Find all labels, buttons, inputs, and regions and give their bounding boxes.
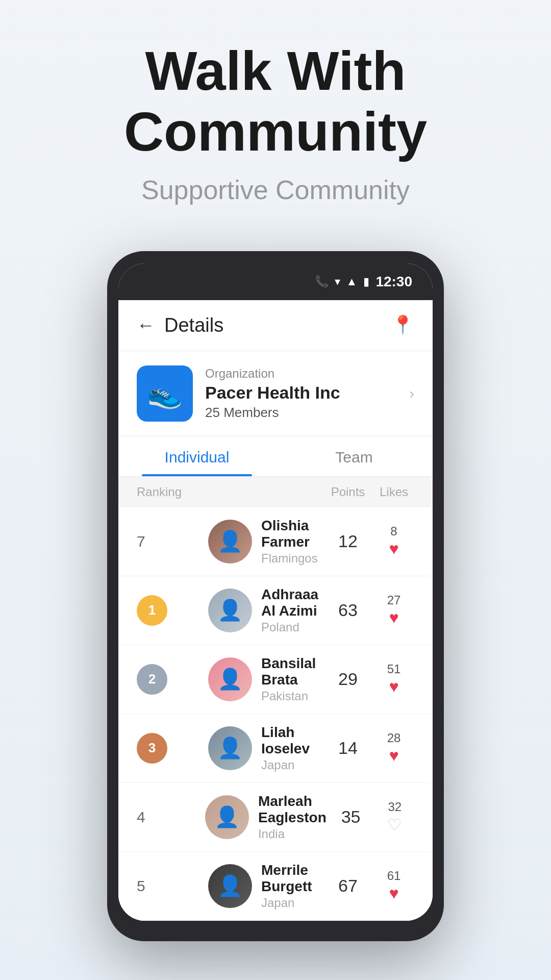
avatar-image: 👤 <box>214 805 240 829</box>
heart-icon[interactable]: ♥ <box>389 608 399 627</box>
leaderboard-container: 7 👤 Olishia Farmer Flamingos 12 8 ♥ 1 👤 … <box>118 507 433 921</box>
likes-count: 32 <box>388 800 402 814</box>
col-ranking-header: Ranking <box>137 485 208 499</box>
user-sub: Pakistan <box>261 689 322 703</box>
hero-title: Walk With Community <box>31 41 520 162</box>
likes-count: 61 <box>387 869 401 883</box>
user-name: Bansilal Brata <box>261 655 322 688</box>
likes-count: 8 <box>390 524 397 538</box>
avatar: 👤 <box>208 589 252 632</box>
likes-count: 28 <box>387 731 401 745</box>
header-title: Details <box>164 314 223 336</box>
user-name: Adhraaa Al Azimi <box>261 586 322 619</box>
org-chevron-icon: › <box>409 385 414 402</box>
signal-icon: ▲ <box>346 275 358 288</box>
leaderboard-row[interactable]: 1 👤 Adhraaa Al Azimi Poland 63 27 ♥ <box>118 576 433 645</box>
tab-individual[interactable]: Individual <box>118 436 276 476</box>
rank-cell: 1 <box>137 595 208 626</box>
heart-icon[interactable]: ♥ <box>389 746 399 765</box>
heart-icon[interactable]: ♥ <box>389 884 399 903</box>
avatar: 👤 <box>208 657 252 701</box>
avatar-image: 👤 <box>217 667 243 691</box>
user-info: Adhraaa Al Azimi Poland <box>261 586 322 634</box>
user-sub: India <box>258 827 327 841</box>
avatar-image: 👤 <box>217 874 243 898</box>
user-sub: Flamingos <box>261 551 322 566</box>
status-bar: 📞 ▾ ▲ ▮ 12:30 <box>118 263 433 300</box>
hero-title-line1: Walk With <box>145 40 406 102</box>
avatar-image: 👤 <box>217 529 243 553</box>
rank-cell: 5 <box>137 877 208 895</box>
heart-icon[interactable]: ♡ <box>387 815 402 835</box>
avatar: 👤 <box>208 726 252 770</box>
org-icon-shoe: 👟 <box>147 377 183 410</box>
status-time: 12:30 <box>375 274 412 290</box>
org-label: Organization <box>205 366 397 381</box>
tabs-row: Individual Team <box>118 436 433 477</box>
phone-wrapper: 📞 ▾ ▲ ▮ 12:30 ← Details 📍 <box>107 251 444 941</box>
table-header: Ranking Points Likes <box>118 477 433 507</box>
header-left: ← Details <box>137 314 223 336</box>
user-name: Marleah Eagleston <box>258 793 327 826</box>
user-info: Marleah Eagleston India <box>258 793 327 841</box>
org-row[interactable]: 👟 Organization Pacer Health Inc 25 Membe… <box>118 351 433 436</box>
leaderboard-row[interactable]: 2 👤 Bansilal Brata Pakistan 29 51 ♥ <box>118 645 433 714</box>
likes-cell: 32 ♡ <box>375 800 414 835</box>
user-info: Merrile Burgett Japan <box>261 862 322 910</box>
user-name: Lilah Ioselev <box>261 724 322 757</box>
hero-title-line2: Community <box>124 101 427 162</box>
rank-cell: 2 <box>137 664 208 695</box>
battery-icon: ▮ <box>363 275 369 288</box>
avatar: 👤 <box>208 520 252 564</box>
leaderboard-row[interactable]: 5 👤 Merrile Burgett Japan 67 61 ♥ <box>118 852 433 921</box>
avatar-image: 👤 <box>217 736 243 760</box>
avatar-image: 👤 <box>217 598 243 622</box>
org-icon: 👟 <box>137 365 193 422</box>
status-icons: 📞 ▾ ▲ ▮ 12:30 <box>315 274 412 290</box>
col-likes-header: Likes <box>373 485 414 499</box>
user-info: Olishia Farmer Flamingos <box>261 518 322 566</box>
points-cell: 35 <box>327 807 375 827</box>
likes-cell: 28 ♥ <box>373 731 414 765</box>
points-cell: 12 <box>322 531 373 551</box>
rank-number: 5 <box>137 877 145 895</box>
user-info: Lilah Ioselev Japan <box>261 724 322 772</box>
points-cell: 63 <box>322 600 373 620</box>
user-name: Olishia Farmer <box>261 518 322 550</box>
medal-badge: 2 <box>137 664 167 695</box>
leaderboard-row[interactable]: 7 👤 Olishia Farmer Flamingos 12 8 ♥ <box>118 507 433 576</box>
heart-icon[interactable]: ♥ <box>389 540 399 558</box>
phone-icon: 📞 <box>315 275 329 288</box>
likes-cell: 61 ♥ <box>373 869 414 903</box>
points-cell: 14 <box>322 738 373 758</box>
likes-cell: 27 ♥ <box>373 593 414 627</box>
tab-team-label: Team <box>335 449 372 465</box>
leaderboard-row[interactable]: 3 👤 Lilah Ioselev Japan 14 28 ♥ <box>118 714 433 783</box>
phone-screen: 📞 ▾ ▲ ▮ 12:30 ← Details 📍 <box>118 263 433 921</box>
rank-number: 4 <box>137 808 145 826</box>
app-header: ← Details 📍 <box>118 300 433 351</box>
hero-section: Walk With Community Supportive Community <box>0 0 551 226</box>
user-sub: Japan <box>261 758 322 772</box>
back-button[interactable]: ← <box>137 314 155 336</box>
rank-number: 7 <box>137 533 145 550</box>
avatar: 👤 <box>208 864 252 908</box>
avatar: 👤 <box>205 795 249 839</box>
points-cell: 29 <box>322 669 373 689</box>
tab-team[interactable]: Team <box>276 436 433 476</box>
org-members: 25 Members <box>205 405 397 421</box>
rank-cell: 3 <box>137 733 208 764</box>
heart-icon[interactable]: ♥ <box>389 677 399 696</box>
pin-icon[interactable]: 📍 <box>391 314 414 336</box>
hero-subtitle: Supportive Community <box>31 175 520 205</box>
user-sub: Poland <box>261 620 322 634</box>
user-sub: Japan <box>261 896 322 910</box>
leaderboard-row[interactable]: 4 👤 Marleah Eagleston India 35 32 ♡ <box>118 783 433 852</box>
user-name: Merrile Burgett <box>261 862 322 895</box>
likes-count: 51 <box>387 662 401 676</box>
medal-badge: 1 <box>137 595 167 626</box>
rank-cell: 4 <box>137 808 205 826</box>
col-points-header: Points <box>322 485 373 499</box>
tab-individual-label: Individual <box>165 449 230 465</box>
medal-badge: 3 <box>137 733 167 764</box>
